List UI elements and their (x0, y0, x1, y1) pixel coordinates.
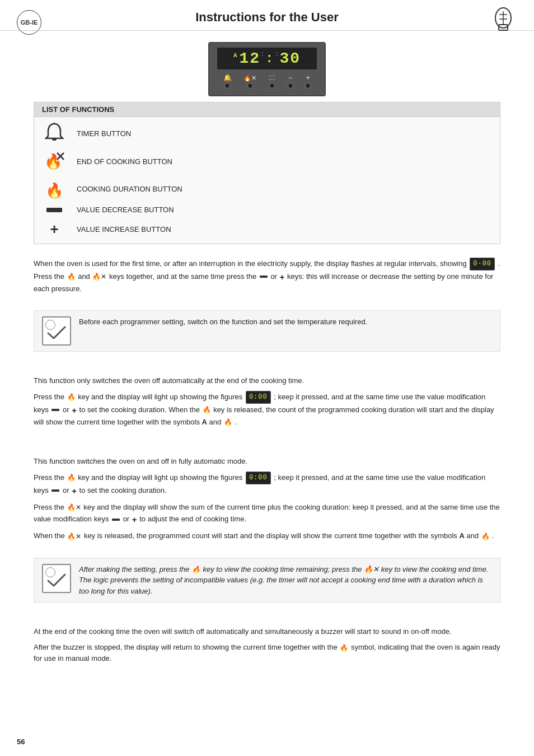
func-label-decrease: VALUE DECREASE BUTTON (77, 206, 174, 214)
s1p2-g: . (235, 418, 237, 426)
func-row-increase: + VALUE INCREASE BUTTON (34, 217, 500, 241)
display-minute: 30 (280, 50, 301, 67)
note2-text: After making the setting, press the 🔥 ke… (79, 565, 488, 595)
func-label-duration: COOKING DURATION BUTTON (77, 185, 182, 193)
plus-icon-small: + (306, 74, 310, 82)
functions-section: LIST OF FUNCTIONS TIMER BUTTON 🔥 (34, 102, 500, 244)
page-title: Instructions for the User (195, 10, 338, 25)
inline-flamex-note2: 🔥✕ (364, 565, 379, 573)
intro-text-4: keys together, and at the same time pres… (109, 272, 259, 281)
func-icon-endcook: 🔥 (42, 151, 67, 172)
s3p2-a: After the buzzer is stopped, the display… (34, 643, 339, 651)
section2-content: This function switches the oven on and o… (0, 448, 534, 554)
section2-p3: Press the 🔥✕ key and the display will sh… (34, 502, 500, 526)
func-row-duration: 🔥 COOKING DURATION BUTTON (34, 175, 500, 202)
note-box-1: Before each programmer setting, switch o… (34, 310, 500, 352)
intro-paragraph: When the oven is used for the first time… (34, 258, 500, 295)
display-badge-0-00: 0·00 (470, 258, 495, 270)
brand-icon (489, 7, 517, 35)
func-icon-timer (42, 123, 67, 144)
inline-flame-s3: 🔥 (340, 643, 348, 654)
bell-icon (45, 123, 64, 144)
s2p2-d: or (63, 486, 71, 494)
oven-display-screen: A 12 ⁚ : ⁚ 30 (217, 48, 317, 69)
s1p2-b: key and the display will light up showin… (78, 393, 245, 401)
intro-text-3: and (78, 272, 92, 281)
inline-minus-s1 (51, 409, 59, 411)
btn-dot-plus (305, 83, 311, 88)
inline-flamex-icon-1: 🔥✕ (92, 272, 106, 282)
inline-plus-1: + (280, 270, 285, 283)
display-colon: : (265, 51, 274, 66)
note-icon-2 (42, 564, 71, 593)
display-hour: 12 (239, 50, 260, 67)
inline-flame-s2b2: 🔥 (481, 531, 490, 542)
svg-text:🔥: 🔥 (45, 181, 64, 199)
endcook-icon-small: 🔥✕ (243, 74, 256, 82)
inline-minus-1 (260, 276, 268, 278)
inline-flame-s1b: 🔥 (203, 405, 211, 416)
s2p2-a: Press the (34, 473, 67, 482)
func-icon-increase: + (42, 221, 67, 238)
inline-plus-s1: + (72, 404, 77, 417)
s1p2-a: Press the (34, 393, 67, 401)
display-btn-timer: 🔔 (223, 74, 232, 88)
s1p2-d: or (63, 405, 71, 414)
func-label-timer: TIMER BUTTON (77, 129, 131, 138)
intro-content: When the oven is used for the first time… (0, 250, 534, 307)
note-italic-2: After making the setting, press the 🔥 ke… (79, 564, 492, 597)
page-number: 56 (17, 738, 25, 746)
display-btn-plus: + (305, 74, 311, 88)
section1-p1: This function only switches the oven off… (34, 375, 500, 386)
btn-dot-duration (269, 83, 275, 88)
country-logo: GB-IE (17, 10, 41, 35)
checkmark-svg-1 (46, 325, 67, 342)
minus-icon-small: − (288, 74, 292, 82)
s2p3-c: or (123, 515, 132, 523)
display-panel-area: A 12 ⁚ : ⁚ 30 🔔 🔥✕ ⁚⁚⁚ − (0, 42, 534, 96)
functions-table: TIMER BUTTON 🔥 END OF COOKING BUTTON 🔥 C… (34, 117, 500, 244)
bold-a-s1: A (202, 418, 207, 426)
note2-a: After making the setting, press the (79, 565, 191, 573)
note2-b: key to view the cooking time remaining; … (203, 565, 364, 573)
btn-dot-timer (224, 83, 230, 88)
func-label-increase: VALUE INCREASE BUTTON (77, 225, 171, 234)
display-btn-minus: − (288, 74, 293, 88)
inline-flame-icon-1: 🔥 (67, 272, 76, 282)
display-dots2: ⁚ (276, 52, 279, 58)
display-badge-s2: 0:00 (246, 472, 271, 484)
plus-icon: + (50, 221, 58, 238)
s1p2-e: to set the cooking duration. When the (79, 405, 202, 414)
timer-icon-small: 🔔 (223, 74, 232, 82)
checkmark-svg-2 (46, 572, 67, 589)
inline-flame-s1: 🔥 (67, 392, 76, 403)
inline-plus-s2: + (72, 484, 77, 497)
display-badge-s1: 0:00 (246, 391, 271, 404)
display-dots: ⁚ (261, 52, 264, 58)
flame-icon: 🔥 (44, 179, 64, 199)
inline-flame-note2a: 🔥 (192, 564, 200, 575)
inline-flame-s2a: 🔥 (67, 473, 76, 483)
func-row-timer: TIMER BUTTON (34, 119, 500, 147)
intro-text-1: When the oven is used for the first time… (34, 259, 467, 268)
oven-display-panel: A 12 ⁚ : ⁚ 30 🔔 🔥✕ ⁚⁚⁚ − (208, 42, 326, 96)
display-buttons-row: 🔔 🔥✕ ⁚⁚⁚ − + (217, 74, 317, 88)
brand-logo (489, 7, 517, 36)
section1-p2: Press the 🔥 key and the display will lig… (34, 391, 500, 428)
note-icon-1 (42, 316, 71, 346)
btn-dot-minus (288, 83, 293, 88)
inline-minus-s2b (112, 519, 120, 521)
s2p4-c: . (492, 531, 494, 540)
inline-flamex-s2b: 🔥✕ (67, 531, 81, 542)
display-btn-endcook: 🔥✕ (243, 74, 256, 88)
inline-flamex-s2: 🔥✕ (67, 502, 81, 513)
note-text-2: After making the setting, press the 🔥 ke… (79, 564, 492, 597)
section3-p2: After the buzzer is stopped, the display… (34, 642, 500, 664)
s2p4-b: key is released, the programmed count wi… (84, 531, 481, 540)
display-btn-duration: ⁚⁚⁚ (269, 74, 275, 88)
inline-minus-s2 (51, 489, 59, 492)
section3-content: At the end of the cooking time the oven … (0, 618, 534, 676)
s2p2-b: key and the display will light up showin… (78, 473, 245, 482)
s2p4-a: When the (34, 531, 67, 540)
note-box-2: After making the setting, press the 🔥 ke… (34, 558, 500, 603)
